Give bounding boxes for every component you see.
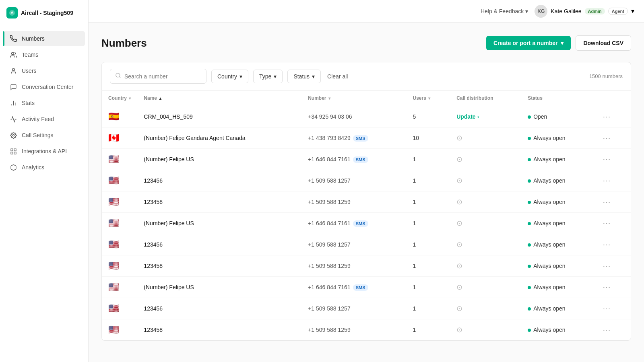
sidebar-item-integrations[interactable]: Integrations & API [3, 144, 85, 159]
more-options-button[interactable]: ⋯ [600, 324, 613, 335]
cell-distribution: ⊙ [450, 234, 521, 255]
cell-more[interactable]: ⋯ [594, 149, 631, 170]
cell-more[interactable]: ⋯ [594, 191, 631, 213]
check-icon: ⊙ [456, 198, 462, 206]
cell-number: +1 509 588 1257 [301, 298, 406, 319]
table-row: 🇺🇸 123456 +1 509 588 1257 1 ⊙ Always ope… [102, 170, 631, 191]
cell-status: Always open [521, 319, 594, 341]
cell-more[interactable]: ⋯ [594, 319, 631, 341]
cell-users: 1 [406, 170, 450, 191]
topbar: Help & Feedback ▾ KG Kate Galilee Admin … [89, 0, 644, 23]
cell-number: +1 646 844 7161SMS [301, 277, 406, 298]
sidebar-item-users[interactable]: Users [3, 63, 85, 78]
more-options-button[interactable]: ⋯ [600, 132, 613, 144]
sms-badge: SMS [353, 284, 368, 291]
country-filter[interactable]: Country ▾ [211, 70, 248, 83]
phone-number: +1 646 844 7161 [308, 284, 351, 290]
sidebar-item-teams[interactable]: Teams [3, 47, 85, 62]
more-options-button[interactable]: ⋯ [600, 218, 613, 229]
sidebar-logo[interactable]: Aircall - Staging509 [0, 0, 88, 26]
status-text: Always open [533, 220, 565, 226]
cell-number: +34 925 94 03 06 [301, 106, 406, 128]
flag-icon: 🇨🇦 [108, 133, 119, 143]
update-link[interactable]: Update › [456, 113, 515, 120]
more-options-button[interactable]: ⋯ [600, 303, 613, 314]
check-icon: ⊙ [456, 155, 462, 163]
cell-country: 🇺🇸 [102, 149, 137, 170]
more-options-button[interactable]: ⋯ [600, 196, 613, 208]
app-logo-icon [6, 7, 18, 19]
status-text: Always open [533, 135, 565, 141]
sidebar-nav: Numbers Teams Users [0, 26, 88, 362]
cell-more[interactable]: ⋯ [594, 170, 631, 191]
check-icon: ⊙ [456, 283, 462, 291]
cell-distribution[interactable]: Update › [450, 106, 521, 128]
sidebar-item-numbers[interactable]: Numbers [3, 31, 85, 46]
col-number[interactable]: Number ▾ [301, 90, 406, 106]
cell-country: 🇺🇸 [102, 319, 137, 341]
cell-more[interactable]: ⋯ [594, 277, 631, 298]
sidebar-item-call-settings[interactable]: Call Settings [3, 128, 85, 143]
chat-icon [10, 83, 17, 90]
status-text: Open [533, 113, 547, 120]
sidebar-item-stats-label: Stats [22, 100, 35, 106]
cell-more[interactable]: ⋯ [594, 298, 631, 319]
cell-status: Always open [521, 128, 594, 149]
cell-users: 1 [406, 149, 450, 170]
status-filter[interactable]: Status ▾ [287, 70, 321, 83]
more-options-button[interactable]: ⋯ [600, 282, 613, 293]
sidebar-item-analytics[interactable]: Analytics [3, 160, 85, 175]
cell-more[interactable]: ⋯ [594, 213, 631, 234]
help-feedback-button[interactable]: Help & Feedback ▾ [481, 8, 528, 14]
numbers-table: Country ▾ Name ▲ Number ▾ Users [102, 90, 631, 340]
more-options-button[interactable]: ⋯ [600, 111, 613, 122]
check-icon: ⊙ [456, 326, 462, 334]
status-text: Always open [533, 177, 565, 184]
more-options-button[interactable]: ⋯ [600, 260, 613, 272]
cell-country: 🇨🇦 [102, 128, 137, 149]
col-name[interactable]: Name ▲ [137, 90, 301, 106]
search-box[interactable] [110, 69, 206, 84]
cell-name: (Number) Felipe US [137, 213, 301, 234]
type-filter[interactable]: Type ▾ [253, 70, 283, 83]
create-number-button[interactable]: Create or port a number ▾ [486, 36, 571, 50]
cell-more[interactable]: ⋯ [594, 128, 631, 149]
col-country[interactable]: Country ▾ [102, 90, 137, 106]
chevron-down-icon: ▾ [525, 8, 528, 14]
cell-name: (Number) Felipe US [137, 277, 301, 298]
cell-more[interactable]: ⋯ [594, 255, 631, 277]
sidebar-item-stats[interactable]: Stats [3, 95, 85, 111]
phone-number: +34 925 94 03 06 [308, 113, 352, 120]
sort-icon: ▾ [129, 96, 131, 101]
user-menu[interactable]: KG Kate Galilee Admin Agent ▾ [535, 5, 634, 18]
page-content: Numbers Create or port a number ▾ Downlo… [89, 23, 644, 362]
main-content: Help & Feedback ▾ KG Kate Galilee Admin … [89, 0, 644, 362]
chevron-down-icon: ▾ [239, 73, 242, 80]
svg-point-6 [12, 134, 14, 136]
numbers-count: 1500 numbers [589, 73, 623, 79]
col-users[interactable]: Users ▾ [406, 90, 450, 106]
sidebar-item-conversation-center[interactable]: Conversation Center [3, 79, 85, 95]
cell-users: 5 [406, 106, 450, 128]
search-input[interactable] [124, 73, 201, 80]
status-text: Always open [533, 156, 565, 162]
more-options-button[interactable]: ⋯ [600, 239, 613, 250]
phone-number: +1 646 844 7161 [308, 220, 351, 226]
phone-icon [10, 35, 17, 42]
flag-icon: 🇺🇸 [108, 282, 119, 292]
sidebar-item-activity-label: Activity Feed [22, 116, 54, 122]
svg-rect-9 [14, 152, 16, 154]
cell-users: 10 [406, 128, 450, 149]
analytics-icon [10, 164, 17, 171]
cell-users: 1 [406, 191, 450, 213]
clear-all-button[interactable]: Clear all [327, 73, 348, 80]
status-dot [528, 286, 531, 289]
more-options-button[interactable]: ⋯ [600, 175, 613, 186]
more-options-button[interactable]: ⋯ [600, 154, 613, 165]
download-csv-button[interactable]: Download CSV [576, 35, 631, 51]
sidebar-item-activity-feed[interactable]: Activity Feed [3, 111, 85, 127]
cell-number: +1 646 844 7161SMS [301, 213, 406, 234]
cell-more[interactable]: ⋯ [594, 234, 631, 255]
cell-name: (Number) Felipe Gandara Agent Canada [137, 128, 301, 149]
cell-more[interactable]: ⋯ [594, 106, 631, 128]
